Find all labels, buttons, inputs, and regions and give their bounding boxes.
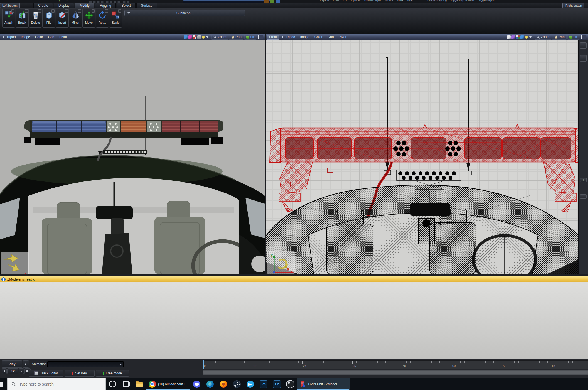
expand-plus-icon[interactable]: + xyxy=(580,178,587,182)
vp-right-menu-tripod[interactable]: Tripod xyxy=(286,35,295,39)
tool-attach[interactable]: Attach xyxy=(2,9,15,28)
popup-indicator-icon[interactable] xyxy=(78,9,81,13)
tool-delete[interactable]: Delete xyxy=(29,9,42,28)
vp-left-menu-pivot[interactable]: Pivot xyxy=(59,35,67,39)
search-input[interactable] xyxy=(19,382,100,387)
vp-left-pan-button[interactable]: Pan xyxy=(229,35,243,40)
popup-indicator-icon[interactable] xyxy=(25,9,28,13)
vp-right-menu-color[interactable]: Color xyxy=(314,35,323,39)
firefox-button[interactable] xyxy=(217,378,230,390)
file-toolbar-icons[interactable] xyxy=(89,0,131,3)
set-key-button[interactable]: Set Key xyxy=(65,370,95,377)
maximize-viewport-icon[interactable] xyxy=(258,35,263,39)
zmodeler-task[interactable]: CVPI Unit - ZModel... xyxy=(297,378,350,390)
tab-rigging[interactable]: Rigging xyxy=(95,3,116,8)
vp-left-menu-image[interactable]: Image xyxy=(21,35,30,39)
next-frame-button[interactable] xyxy=(23,360,29,368)
active-tool-icon[interactable] xyxy=(264,0,269,3)
pencil-tool-icon[interactable] xyxy=(276,0,280,3)
track-editor-button[interactable]: Track Editor xyxy=(29,370,63,377)
vp-right-fit-button[interactable]: Fit xyxy=(567,35,579,40)
collapse-minus-icon[interactable]: − xyxy=(580,194,587,199)
material-icon[interactable] xyxy=(270,0,274,3)
timeline-scrollbar-thumb[interactable] xyxy=(203,371,588,374)
light-bulb-icon[interactable] xyxy=(202,36,205,39)
timeline-playhead[interactable] xyxy=(203,360,204,369)
vp-right-menu-pivot[interactable]: Pivot xyxy=(339,35,346,39)
steam-button[interactable] xyxy=(230,378,243,390)
selection-name-input[interactable] xyxy=(183,0,272,3)
timeline-scrollbar[interactable] xyxy=(203,370,588,375)
tool-break[interactable]: Break xyxy=(16,9,29,28)
shape-tools-row[interactable]: Capsule Cone Coil Cylinder Dummy Helper … xyxy=(320,0,494,2)
vp-right-menu-grid[interactable]: Grid xyxy=(328,35,334,39)
lightroom-button[interactable]: Lr xyxy=(270,378,284,390)
edge-button[interactable] xyxy=(203,378,217,390)
draw-mode-icon[interactable] xyxy=(184,35,188,39)
free-mode-button[interactable]: Free mode xyxy=(96,370,129,377)
popup-indicator-icon[interactable] xyxy=(118,9,121,13)
popup-indicator-icon[interactable] xyxy=(105,9,108,13)
panel-button[interactable] xyxy=(580,55,587,62)
discord-button[interactable] xyxy=(190,378,203,390)
tool-rotate[interactable]: Rot... xyxy=(96,9,109,28)
tool-move[interactable]: Move xyxy=(82,9,95,28)
vp-left-zoom-button[interactable]: Zoom xyxy=(211,35,228,40)
vp-right-menu-image[interactable]: Image xyxy=(300,35,309,39)
vp-left-menu-grid[interactable]: Grid xyxy=(48,35,55,39)
panel-button[interactable] xyxy=(580,42,587,49)
task-view-button[interactable] xyxy=(119,378,132,390)
viewport-divider[interactable] xyxy=(265,34,266,274)
draw-mode-icon[interactable] xyxy=(520,35,524,39)
popup-indicator-icon[interactable] xyxy=(92,9,95,13)
tab-display[interactable]: Display xyxy=(54,3,74,8)
tool-scale[interactable]: Scale xyxy=(109,9,122,28)
vp-right-view-label[interactable]: Front xyxy=(267,35,279,40)
popup-indicator-icon[interactable] xyxy=(11,9,14,13)
timeline-ruler[interactable]: 0 12 24 36 48 60 72 84 xyxy=(203,360,588,369)
taskbar-search[interactable] xyxy=(7,378,106,390)
right-panel-strip[interactable]: + − xyxy=(578,40,588,276)
next-speed-button[interactable] xyxy=(19,368,24,374)
start-button[interactable] xyxy=(0,378,4,390)
maximize-viewport-icon[interactable] xyxy=(581,35,586,39)
paint-mode-icon[interactable] xyxy=(511,35,515,39)
vp-left-fit-button[interactable]: Fit xyxy=(244,35,256,40)
telegram-button[interactable] xyxy=(243,378,257,390)
chevron-down-icon[interactable] xyxy=(529,36,532,38)
tool-insert[interactable]: Insert xyxy=(56,9,69,28)
shading-cube-icon[interactable] xyxy=(197,35,201,39)
viewport-right-wireframe[interactable]: Y X xyxy=(266,40,578,274)
tool-mirror[interactable]: Mirror xyxy=(69,9,82,28)
wireframe-mode-icon[interactable] xyxy=(507,35,511,39)
tab-modify[interactable]: Modify xyxy=(75,3,94,8)
chevron-down-icon[interactable] xyxy=(206,36,209,38)
cortana-button[interactable] xyxy=(106,378,119,390)
playback-speed[interactable]: 1x xyxy=(7,368,18,374)
prev-speed-button[interactable] xyxy=(2,368,7,374)
collapse-arrow-icon[interactable] xyxy=(282,36,283,38)
tab-create[interactable]: Create xyxy=(33,3,53,8)
light-bulb-icon[interactable] xyxy=(525,36,528,39)
photoshop-button[interactable]: Ps xyxy=(257,378,270,390)
tool-flip[interactable]: Flip xyxy=(42,9,55,28)
play-button[interactable]: Play xyxy=(2,360,22,368)
rgb-channels-icon[interactable] xyxy=(516,35,520,39)
tab-select[interactable]: Select xyxy=(117,3,135,8)
tab-surface[interactable]: Surface xyxy=(136,3,157,8)
paint-mode-icon[interactable] xyxy=(188,35,192,39)
submesh-dropdown[interactable]: Submesh... xyxy=(124,10,245,16)
vp-left-menu-tripod[interactable]: Tripod xyxy=(6,35,16,39)
vp-right-zoom-button[interactable]: Zoom xyxy=(535,35,552,40)
collapse-arrow-icon[interactable] xyxy=(2,36,4,38)
file-explorer-button[interactable] xyxy=(132,378,146,390)
obs-button[interactable] xyxy=(284,378,297,390)
popup-indicator-icon[interactable] xyxy=(38,9,41,13)
vp-right-pan-button[interactable]: Pan xyxy=(552,35,566,40)
checker-texture-icon[interactable] xyxy=(193,35,196,39)
outlook-chrome-task[interactable]: (10) outlook.com i... xyxy=(146,378,190,390)
vp-left-menu-color[interactable]: Color xyxy=(35,35,43,39)
popup-indicator-icon[interactable] xyxy=(65,9,68,13)
viewport-left-3d[interactable]: X xyxy=(0,40,265,274)
popup-indicator-icon[interactable] xyxy=(51,9,55,13)
